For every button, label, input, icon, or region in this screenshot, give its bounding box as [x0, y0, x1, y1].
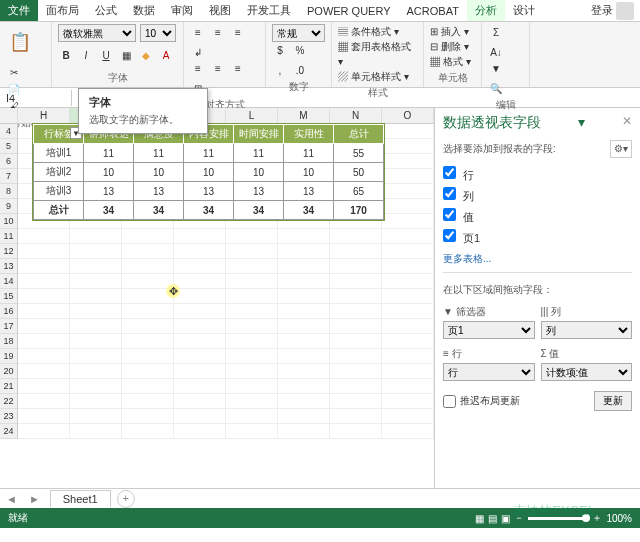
tab-data[interactable]: 数据: [125, 0, 163, 21]
border-button[interactable]: ▦: [118, 48, 134, 64]
field-checkbox[interactable]: 列: [443, 185, 632, 206]
row-header[interactable]: 9: [0, 199, 18, 214]
find-icon[interactable]: 🔍: [488, 80, 504, 96]
row-header[interactable]: 4: [0, 124, 18, 139]
row-header[interactable]: 14: [0, 274, 18, 289]
col-h[interactable]: H: [18, 108, 70, 124]
delete-button[interactable]: ⊟ 删除 ▾: [430, 39, 475, 54]
more-tables-link[interactable]: 更多表格...: [443, 252, 632, 266]
align-right-icon[interactable]: ≡: [230, 60, 246, 76]
font-tooltip: 字体 选取文字的新字体。: [78, 88, 208, 134]
insert-button[interactable]: ⊞ 插入 ▾: [430, 24, 475, 39]
autosum-icon[interactable]: Σ: [488, 24, 504, 40]
format-button[interactable]: ▦ 格式 ▾: [430, 54, 475, 69]
row-header[interactable]: 17: [0, 319, 18, 334]
col-o[interactable]: O: [382, 108, 434, 124]
italic-button[interactable]: I: [78, 48, 94, 64]
worksheet[interactable]: H I J K L M N O 456789101112131415161718…: [0, 108, 435, 488]
paste-button[interactable]: 📋: [6, 24, 34, 60]
row-header[interactable]: 21: [0, 379, 18, 394]
row-header[interactable]: 6: [0, 154, 18, 169]
col-l[interactable]: L: [226, 108, 278, 124]
row-header[interactable]: 15: [0, 289, 18, 304]
sort-icon[interactable]: A↓: [488, 44, 504, 60]
align-mid-icon[interactable]: ≡: [210, 24, 226, 40]
select-all-corner[interactable]: [0, 108, 18, 124]
close-icon[interactable]: ✕: [622, 114, 632, 132]
row-header[interactable]: 16: [0, 304, 18, 319]
row-header[interactable]: 22: [0, 394, 18, 409]
pivot-table[interactable]: 行标签▼讲师表达满意度内容安排时间安排实用性总计培训1111111111155培…: [32, 123, 385, 221]
filter-area-select[interactable]: 页1: [443, 321, 535, 339]
row-header[interactable]: 23: [0, 409, 18, 424]
field-checkbox[interactable]: 值: [443, 206, 632, 227]
tab-dev[interactable]: 开发工具: [239, 0, 299, 21]
row-header[interactable]: 18: [0, 334, 18, 349]
currency-icon[interactable]: $: [272, 42, 288, 58]
sheet-nav-prev[interactable]: ◄: [0, 493, 23, 505]
tab-view[interactable]: 视图: [201, 0, 239, 21]
field-checkbox[interactable]: 行: [443, 164, 632, 185]
copy-icon[interactable]: 📄: [6, 81, 22, 97]
row-header[interactable]: 12: [0, 244, 18, 259]
defer-checkbox[interactable]: [443, 395, 456, 408]
align-bot-icon[interactable]: ≡: [230, 24, 246, 40]
field-checkbox[interactable]: 页1: [443, 227, 632, 248]
font-size-select[interactable]: 10: [140, 24, 176, 42]
sheet-tab-1[interactable]: Sheet1: [50, 490, 111, 507]
row-header[interactable]: 24: [0, 424, 18, 439]
underline-button[interactable]: U: [98, 48, 114, 64]
number-format-select[interactable]: 常规: [272, 24, 325, 42]
align-top-icon[interactable]: ≡: [190, 24, 206, 40]
sheet-nav-next[interactable]: ►: [23, 493, 46, 505]
table-format-button[interactable]: ▦ 套用表格格式 ▾: [338, 39, 417, 69]
align-center-icon[interactable]: ≡: [210, 60, 226, 76]
group-number-label: 数字: [272, 78, 325, 94]
cols-area-select[interactable]: 列: [541, 321, 633, 339]
tab-layout[interactable]: 面布局: [38, 0, 87, 21]
cell-style-button[interactable]: ▨ 单元格样式 ▾: [338, 69, 417, 84]
row-header[interactable]: 7: [0, 169, 18, 184]
tab-formula[interactable]: 公式: [87, 0, 125, 21]
row-header[interactable]: 8: [0, 184, 18, 199]
font-color-button[interactable]: A: [158, 48, 174, 64]
comma-icon[interactable]: ,: [272, 62, 288, 78]
row-header[interactable]: 19: [0, 349, 18, 364]
tab-powerquery[interactable]: POWER QUERY: [299, 2, 399, 20]
font-name-select[interactable]: 微软雅黑: [58, 24, 136, 42]
col-m[interactable]: M: [278, 108, 330, 124]
cut-icon[interactable]: ✂: [6, 64, 22, 80]
fill-icon[interactable]: ▼: [488, 60, 504, 76]
view-layout-icon[interactable]: ▤: [488, 513, 497, 524]
row-header[interactable]: 5: [0, 139, 18, 154]
gear-icon[interactable]: ⚙▾: [610, 140, 632, 158]
fill-color-button[interactable]: ◆: [138, 48, 154, 64]
view-break-icon[interactable]: ▣: [501, 513, 510, 524]
tooltip-desc: 选取文字的新字体。: [89, 113, 197, 127]
vals-area-select[interactable]: 计数项:值: [541, 363, 633, 381]
percent-icon[interactable]: %: [292, 42, 308, 58]
wrap-icon[interactable]: ↲: [190, 44, 206, 60]
rows-area-select[interactable]: 行: [443, 363, 535, 381]
inc-dec-icon[interactable]: .0: [292, 62, 308, 78]
align-left-icon[interactable]: ≡: [190, 60, 206, 76]
tab-design[interactable]: 设计: [505, 0, 543, 21]
row-header[interactable]: 13: [0, 259, 18, 274]
rows-area-label: ≡ 行: [443, 345, 535, 363]
tab-review[interactable]: 审阅: [163, 0, 201, 21]
add-sheet-button[interactable]: +: [117, 490, 135, 508]
row-header[interactable]: 20: [0, 364, 18, 379]
cond-format-button[interactable]: ▤ 条件格式 ▾: [338, 24, 417, 39]
tab-analyze[interactable]: 分析: [467, 0, 505, 21]
login-button[interactable]: 登录: [585, 0, 640, 23]
update-button[interactable]: 更新: [594, 391, 632, 411]
zoom-level[interactable]: 100%: [606, 513, 632, 524]
view-normal-icon[interactable]: ▦: [475, 513, 484, 524]
pane-dropdown-icon[interactable]: ▾: [578, 114, 585, 132]
tab-file[interactable]: 文件: [0, 0, 38, 21]
row-header[interactable]: 10: [0, 214, 18, 229]
tab-acrobat[interactable]: ACROBAT: [399, 2, 467, 20]
bold-button[interactable]: B: [58, 48, 74, 64]
col-n[interactable]: N: [330, 108, 382, 124]
row-header[interactable]: 11: [0, 229, 18, 244]
